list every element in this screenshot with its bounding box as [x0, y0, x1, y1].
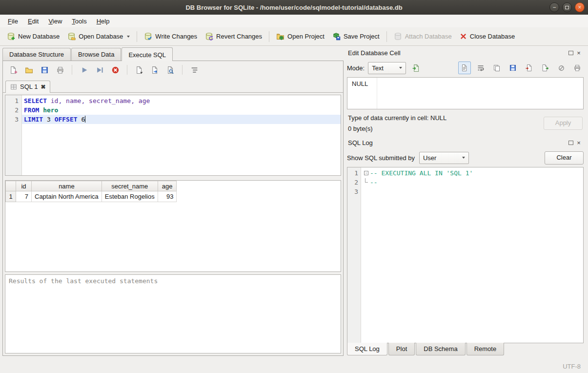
- export-cell-button[interactable]: [539, 62, 551, 74]
- attach-database-icon: [394, 32, 402, 41]
- tab-database-structure[interactable]: Database Structure: [2, 48, 71, 61]
- print-cell-button[interactable]: [571, 62, 584, 74]
- menu-tools[interactable]: Tools: [67, 16, 91, 27]
- sql-tab-label: SQL 1: [20, 83, 38, 90]
- open-project-button[interactable]: Open Project: [272, 30, 328, 43]
- write-changes-button[interactable]: Write Changes: [140, 30, 201, 43]
- close-dock-button[interactable]: ×: [575, 139, 583, 146]
- sql-log-view[interactable]: 123 --- EXECUTING ALL IN 'SQL 1'--: [347, 167, 584, 343]
- float-dock-button[interactable]: [567, 139, 575, 146]
- open-sql-file-button[interactable]: [22, 63, 35, 76]
- table-cell[interactable]: 93: [158, 191, 177, 202]
- table-cell[interactable]: Captain North America: [32, 191, 102, 202]
- encoding-indicator[interactable]: UTF-8: [563, 363, 581, 370]
- column-header-id[interactable]: id: [16, 181, 32, 191]
- toolbar-separator: [127, 65, 127, 75]
- menu-file[interactable]: File: [3, 16, 23, 27]
- new-database-button[interactable]: New Database: [3, 30, 63, 43]
- revert-changes-label: Revert Changes: [216, 33, 262, 40]
- import-data-button[interactable]: [409, 62, 422, 74]
- code-line[interactable]: LIMIT 3 OFFSET 6: [22, 115, 341, 124]
- open-database-button[interactable]: Open Database: [63, 30, 134, 43]
- tab-db-schema[interactable]: DB Schema: [416, 343, 465, 355]
- execute-all-button[interactable]: [78, 63, 90, 76]
- close-database-button[interactable]: Close Database: [456, 30, 519, 42]
- table-row[interactable]: 17Captain North AmericaEsteban Rogelios9…: [6, 191, 177, 202]
- copy-cell-button[interactable]: [490, 62, 503, 74]
- save-sql-file-button[interactable]: [38, 63, 51, 76]
- titlebar[interactable]: DB Browser for SQLite - /home/user/code/…: [0, 0, 588, 15]
- format-sql-icon: [190, 66, 199, 74]
- write-changes-icon: [144, 32, 152, 41]
- close-dock-button[interactable]: ×: [575, 49, 583, 57]
- save-cell-icon: [509, 64, 517, 72]
- toolbar-separator: [269, 31, 269, 42]
- menu-help[interactable]: Help: [92, 16, 115, 27]
- menu-view[interactable]: View: [43, 16, 67, 27]
- code-line[interactable]: FROM hero: [22, 105, 341, 115]
- revert-changes-button[interactable]: Revert Changes: [201, 30, 266, 43]
- clear-button[interactable]: Clear: [545, 151, 584, 165]
- execute-line-button[interactable]: [93, 63, 106, 76]
- print-sql-button[interactable]: [54, 63, 66, 76]
- results-grid[interactable]: idnamesecret_nameage 17Captain North Ame…: [5, 180, 341, 272]
- tab-execute-sql[interactable]: Execute SQL: [122, 47, 173, 61]
- sql-file-icon: [10, 83, 17, 90]
- cell-editor[interactable]: NULL: [347, 77, 584, 109]
- open-tab-dropdown-icon: [135, 66, 143, 74]
- log-filter-row: Show SQL submitted by User Clear: [347, 148, 584, 167]
- new-sql-tab-button[interactable]: [7, 63, 20, 76]
- text-view-button[interactable]: [458, 62, 471, 74]
- close-tab-icon[interactable]: ✖: [41, 83, 45, 90]
- float-dock-button[interactable]: [567, 49, 575, 57]
- import-cell-button[interactable]: [523, 62, 535, 74]
- close-window-button[interactable]: ×: [575, 2, 585, 12]
- window-title: DB Browser for SQLite - /home/user/code/…: [185, 4, 402, 11]
- save-cell-button[interactable]: [507, 62, 519, 74]
- sql-tab[interactable]: SQL 1 ✖: [5, 81, 50, 93]
- menu-edit[interactable]: Edit: [23, 16, 43, 27]
- open-tab-dropdown-button[interactable]: [133, 63, 145, 76]
- apply-button[interactable]: Apply: [544, 117, 583, 130]
- execute-sql-panel: SQL 1 ✖ 123 SELECT id, name, secret_name…: [2, 61, 344, 356]
- minimize-button[interactable]: −: [549, 2, 559, 12]
- corner-header[interactable]: [6, 181, 16, 191]
- table-cell[interactable]: 7: [16, 191, 32, 202]
- mode-select[interactable]: Text: [368, 62, 406, 74]
- column-header-age[interactable]: age: [158, 181, 177, 191]
- export-results-button[interactable]: [148, 63, 161, 76]
- cell-toolbar: [458, 62, 584, 74]
- code-line[interactable]: SELECT id, name, secret_name, age: [22, 96, 341, 105]
- column-header-secret_name[interactable]: secret_name: [101, 181, 158, 191]
- cell-info: Type of data currently in cell: NULL 0 b…: [347, 109, 584, 137]
- open-database-label: Open Database: [79, 33, 123, 40]
- stop-execution-button[interactable]: [109, 63, 122, 76]
- open-database-dropdown-icon[interactable]: [127, 36, 130, 38]
- export-results-icon: [151, 66, 159, 74]
- row-header[interactable]: 1: [6, 191, 16, 202]
- table-cell[interactable]: Esteban Rogelios: [101, 191, 158, 202]
- statusbar: UTF-8: [0, 360, 588, 373]
- sql-editor[interactable]: 123 SELECT id, name, secret_name, ageFRO…: [5, 95, 341, 176]
- new-database-label: New Database: [18, 33, 60, 40]
- open-project-label: Open Project: [287, 33, 324, 40]
- sql-toolbar: [3, 61, 343, 79]
- tab-sql-log[interactable]: SQL Log: [347, 343, 387, 355]
- tab-remote[interactable]: Remote: [466, 343, 505, 355]
- find-replace-button[interactable]: [164, 63, 177, 76]
- log-filter-select[interactable]: User: [419, 152, 469, 164]
- mode-select-value: Text: [372, 64, 384, 72]
- sql-code-lines[interactable]: SELECT id, name, secret_name, ageFROM he…: [22, 95, 341, 175]
- close-dock-icon: ×: [577, 50, 581, 56]
- new-database-icon: [7, 32, 15, 41]
- tab-browse-data[interactable]: Browse Data: [71, 48, 121, 61]
- stop-icon: [111, 66, 120, 74]
- set-null-button[interactable]: [555, 62, 568, 74]
- maximize-button[interactable]: [562, 2, 572, 12]
- format-sql-button[interactable]: [188, 63, 201, 76]
- word-wrap-button[interactable]: [474, 62, 487, 74]
- save-project-button[interactable]: Save Project: [328, 30, 384, 43]
- column-header-name[interactable]: name: [32, 181, 102, 191]
- fold-collapse-icon[interactable]: -: [363, 168, 370, 178]
- tab-plot[interactable]: Plot: [388, 343, 415, 355]
